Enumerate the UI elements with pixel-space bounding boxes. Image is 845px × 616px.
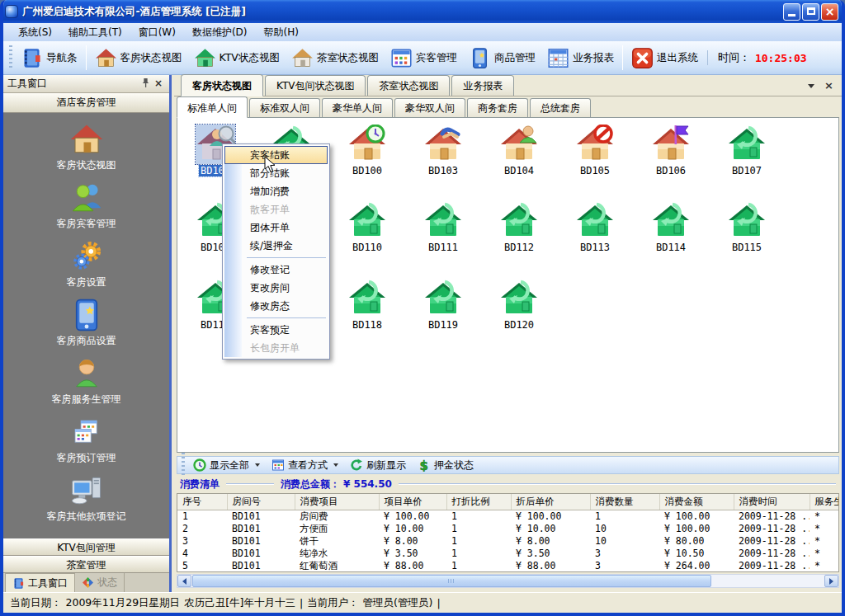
sidebar-item[interactable]: 客房商品设置	[3, 294, 169, 352]
sidebar-section-bar[interactable]: KTV包间管理	[3, 538, 169, 556]
sidebar-bottom-tab[interactable]: 工具窗口	[5, 573, 75, 592]
guest-calendar-icon	[390, 47, 413, 69]
table-row[interactable]: 2BD101方便面¥ 10.001¥ 10.0010¥ 100.002009-1…	[177, 523, 838, 535]
horizontal-scrollbar[interactable]	[177, 574, 839, 588]
table-header-cell[interactable]: 折后单价	[511, 494, 590, 510]
report-calendar-icon	[547, 47, 569, 69]
room-type-tab[interactable]: 标准双人间	[249, 98, 320, 117]
table-row[interactable]: 5BD101红葡萄酒¥ 88.001¥ 88.003¥ 264.002009-1…	[177, 560, 838, 572]
room[interactable]: BD112	[483, 201, 555, 253]
context-menu-item[interactable]: 团体开单	[224, 219, 328, 237]
room[interactable]: BD118	[331, 279, 404, 331]
document-tab[interactable]: 客房状态视图	[181, 74, 263, 96]
room-type-tab[interactable]: 商务套房	[467, 98, 528, 117]
document-tab[interactable]: 业务报表	[451, 75, 514, 96]
tool-window-close-icon[interactable]: ×	[152, 78, 165, 91]
view-toolbar-button-label: 刷新显示	[366, 458, 406, 473]
menubar-item[interactable]: 帮助(H)	[256, 24, 307, 41]
table-header-cell[interactable]: 消费金额	[659, 494, 734, 510]
toolbar-button[interactable]: 商品管理	[463, 45, 541, 72]
table-row[interactable]: 4BD101纯净水¥ 3.501¥ 3.503¥ 10.502009-11-28…	[177, 548, 838, 560]
toolbar-button[interactable]: 客房状态视图	[89, 45, 188, 72]
toolbar-button[interactable]: 退出系统	[625, 45, 704, 72]
dropdown-arrow-icon[interactable]	[333, 463, 338, 467]
table-header-cell[interactable]: 消费项目	[295, 494, 379, 510]
menubar-item[interactable]: 数据维护(D)	[184, 24, 256, 41]
maximize-button[interactable]	[802, 3, 819, 21]
sidebar-item-label: 客房设置	[67, 275, 106, 289]
room[interactable]: BD100	[331, 125, 404, 176]
table-header-cell[interactable]: 打折比例	[446, 494, 511, 510]
room-label: BD105	[578, 165, 611, 176]
pin-icon[interactable]	[139, 78, 152, 91]
menubar-item[interactable]: 系统(S)	[10, 24, 60, 41]
room[interactable]: BD114	[635, 201, 707, 253]
view-toolbar-button[interactable]: $押金状态	[412, 458, 479, 473]
context-menu-item[interactable]: 修改房态	[224, 297, 328, 315]
view-toolbar-grip[interactable]	[182, 453, 185, 477]
sidebar-section-bar[interactable]: 茶室管理	[3, 556, 169, 573]
sidebar-item[interactable]: 客房宾客管理	[3, 176, 169, 235]
scrollbar-track[interactable]	[191, 575, 824, 587]
table-row[interactable]: 1BD101房间费¥ 100.001¥ 100.001¥ 100.002009-…	[177, 510, 838, 524]
context-menu-item[interactable]: 修改登记	[224, 261, 328, 279]
sidebar-item[interactable]: 客房状态视图	[3, 118, 169, 176]
view-toolbar-button[interactable]: 刷新显示	[344, 458, 412, 473]
sidebar-bottom-tab[interactable]: 状态	[75, 573, 125, 592]
view-toolbar-button[interactable]: 显示全部	[187, 458, 266, 473]
document-tab[interactable]: KTV包间状态视图	[265, 75, 366, 96]
table-header-cell[interactable]: 服务生	[810, 494, 838, 510]
room[interactable]: BD120	[483, 279, 555, 331]
scroll-left-button[interactable]	[177, 575, 191, 587]
room[interactable]: BD110	[331, 201, 404, 253]
sidebar-item[interactable]: 客房预订管理	[3, 411, 169, 469]
room[interactable]: BD103	[407, 125, 479, 176]
table-header-cell[interactable]: 房间号	[227, 494, 295, 510]
close-button[interactable]: ×	[821, 3, 838, 21]
context-menu-item[interactable]: 增加消费	[224, 182, 328, 200]
sidebar-item[interactable]: 客房服务生管理	[3, 352, 169, 411]
sidebar-item[interactable]: 客房设置	[3, 235, 169, 294]
table-header-cell[interactable]: 消费数量	[590, 494, 659, 510]
room[interactable]: BD107	[710, 125, 783, 176]
toolbar-button[interactable]: KTV状态视图	[188, 45, 286, 72]
table-header-cell[interactable]: 项目单价	[379, 494, 446, 510]
toolbar-grip[interactable]	[9, 45, 12, 70]
toolbar-button[interactable]: 导航条	[15, 45, 83, 72]
table-header-cell[interactable]: 序号	[177, 494, 227, 510]
table-row[interactable]: 3BD101饼干¥ 8.001¥ 8.0010¥ 80.002009-11-28…	[177, 535, 838, 548]
room[interactable]: BD115	[710, 201, 783, 253]
sidebar-item[interactable]: 客房其他款项登记	[3, 469, 169, 528]
dropdown-arrow-icon[interactable]	[255, 463, 260, 467]
document-tab[interactable]: 茶室状态视图	[367, 75, 450, 96]
room[interactable]: BD104	[483, 125, 555, 176]
room-type-tab[interactable]: 豪华单人间	[322, 98, 393, 117]
scroll-right-button[interactable]	[824, 575, 838, 587]
menubar-item[interactable]: 辅助工具(T)	[60, 24, 130, 41]
room[interactable]: BD113	[559, 201, 631, 253]
tab-close-icon[interactable]: ×	[824, 81, 833, 91]
room[interactable]: BD111	[407, 201, 479, 253]
room-type-tab[interactable]: 总统套房	[530, 98, 591, 117]
table-cell: ¥ 88.00	[379, 560, 446, 572]
context-menu-item[interactable]: 更改房间	[224, 279, 328, 297]
sidebar-section-header[interactable]: 酒店客房管理	[3, 93, 169, 113]
scrollbar-thumb[interactable]	[192, 575, 711, 587]
toolbar-button[interactable]: 宾客管理	[385, 45, 463, 72]
table-header-cell[interactable]: 消费时间	[734, 494, 810, 510]
minimize-button[interactable]	[783, 3, 800, 21]
room[interactable]: BD105	[559, 125, 631, 176]
context-menu-item[interactable]: 宾客预定	[224, 321, 328, 339]
room-type-tab[interactable]: 豪华双人间	[394, 98, 465, 117]
tab-scroll-down-icon[interactable]	[808, 84, 814, 88]
room-type-tab[interactable]: 标准单人间	[177, 96, 248, 118]
menubar-item[interactable]: 窗口(W)	[130, 24, 184, 41]
view-toolbar-button[interactable]: 查看方式	[266, 458, 344, 473]
context-menu-item[interactable]: 续/退押金	[224, 237, 328, 255]
room[interactable]: BD106	[635, 125, 707, 176]
room[interactable]: BD119	[407, 279, 479, 331]
toolbar-button[interactable]: 茶室状态视图	[286, 45, 385, 72]
toolbar-button[interactable]: 业务报表	[541, 45, 620, 72]
room-label: BD100	[351, 165, 384, 176]
table-cell: 2	[177, 523, 227, 535]
